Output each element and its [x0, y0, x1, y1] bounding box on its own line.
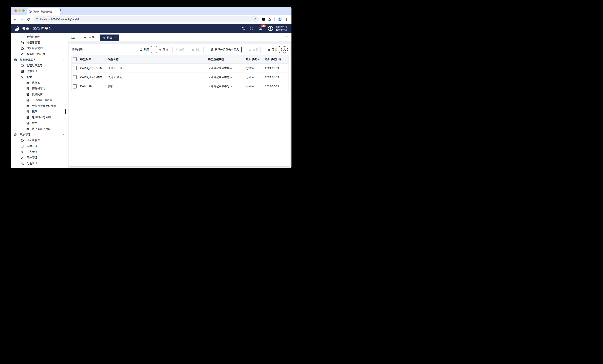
browser-profile-avatar[interactable]: [278, 17, 282, 22]
cell-model-name: 贷款: [105, 82, 206, 91]
sidebar-item-feature-library[interactable]: 特征库管理: [11, 40, 68, 46]
cell-create-type: 从评分记录表中导入: [206, 73, 244, 82]
sidebar-item-data-extractor-api[interactable]: 数据抽取器接口: [11, 126, 68, 132]
tab-more-options-icon[interactable]: •••: [285, 35, 289, 38]
select-all-checkbox[interactable]: [73, 57, 77, 61]
user-avatar-icon[interactable]: [268, 26, 273, 31]
plus-icon: [159, 48, 162, 51]
minimize-window-button[interactable]: [18, 10, 21, 12]
copyright-icon: [21, 139, 24, 142]
extension-dots-icon[interactable]: [262, 18, 265, 21]
receipt-icon: [26, 127, 29, 131]
cell-model-name: 信用卡-工薪: [105, 64, 206, 73]
row-checkbox[interactable]: [73, 84, 77, 89]
sidebar-item-label: 执行器: [32, 81, 40, 85]
sidebar-item-trial-case[interactable]: 试算用例管理: [11, 46, 68, 51]
sidebar-item-warning-threshold[interactable]: 预警阈值: [11, 91, 68, 97]
export-button[interactable]: 导出: [265, 46, 280, 53]
extensions-puzzle-icon[interactable]: [268, 18, 272, 21]
search-icon[interactable]: [241, 26, 245, 30]
message-count-badge: 120: [260, 24, 266, 27]
button-divider: [244, 46, 244, 53]
button-divider: [154, 46, 154, 53]
sidebar-item-config[interactable]: 配置: [11, 74, 68, 80]
browser-menu-kebab-icon[interactable]: [285, 18, 288, 21]
sidebar-item-label: 评分截断点: [32, 87, 46, 90]
sidebar-item-label: 法人管理: [26, 150, 37, 154]
messages-button[interactable]: 120: [258, 26, 263, 31]
toolbar-buttons: 刷新 新增 编辑 删除: [137, 46, 288, 53]
cell-model-id: CARD_GONGXIN: [78, 64, 105, 73]
zoom-window-button[interactable]: [22, 10, 25, 12]
sidebar-item-label: 应用管理: [26, 144, 37, 148]
tab-list-chevron-icon[interactable]: [286, 10, 289, 12]
browser-tab[interactable]: 决策引擎管理平台 ✕: [27, 8, 60, 15]
browser-tab-strip: 决策引擎管理平台 ✕ +: [11, 7, 291, 15]
table-header-row: 模型标识 模型名称 模型创建类型 最后修改人 最后修改日期: [72, 55, 289, 64]
sidebar-item-data-backup-migration[interactable]: 数据备份和迁移: [11, 51, 68, 57]
sidebar-item-modeling-score-distribution[interactable]: 建模时评分分布: [11, 114, 68, 120]
sidebar-item-chi-square-critical[interactable]: 卡方检验临界值常量: [11, 103, 68, 109]
table-row[interactable]: CARD_JINGYING 信用卡-经营 从评分记录表中导入 system 20…: [72, 73, 289, 82]
user-menu[interactable]: 系统管理员 系统管理员: [276, 25, 288, 32]
row-checkbox[interactable]: [73, 66, 77, 70]
sidebar-item-metadata-management[interactable]: 元数据管理: [11, 34, 68, 40]
tab-home[interactable]: 首页: [84, 35, 94, 39]
address-bar[interactable]: localhost:8080/#/mv/config/model: [34, 16, 259, 23]
edit-icon: [175, 48, 178, 51]
bookmark-star-icon[interactable]: [254, 18, 257, 21]
sidebar-item-binomial-z-constant[interactable]: 二项检验Z值常量: [11, 97, 68, 103]
model-table: 模型标识 模型名称 模型创建类型 最后修改人 最后修改日期 CARD_GO: [71, 55, 289, 91]
sidebar-item-label: 用户管理: [26, 156, 37, 159]
site-info-icon[interactable]: [36, 18, 38, 21]
import-from-score-records-button[interactable]: 从评分记录表中导入: [208, 46, 242, 53]
reload-icon[interactable]: [27, 18, 30, 21]
sidebar-item-app-management[interactable]: 应用管理: [11, 143, 68, 149]
cell-last-editor: system: [244, 73, 263, 82]
back-icon[interactable]: [13, 18, 17, 21]
sidebar-item-executor[interactable]: 执行器: [11, 80, 68, 86]
sidebar-item-role-management[interactable]: 角色管理: [11, 160, 68, 166]
sidebar-item-model[interactable]: 模型: [11, 109, 68, 114]
sidebar-item-ruler[interactable]: 标尺: [11, 120, 68, 126]
fullscreen-icon[interactable]: [250, 27, 254, 30]
row-checkbox[interactable]: [73, 75, 77, 80]
cell-model-id: CARD_JINGYING: [78, 73, 105, 82]
main-area: 首页 模型 ✕ ••• 模型列表 刷新: [68, 33, 291, 168]
column-header-last-editor: 最后修改人: [244, 55, 263, 64]
sidebar-item-label: 卡方检验临界值常量: [32, 104, 56, 108]
table-row[interactable]: DAIKUAN 贷款 从评分记录表中导入 system 2024-07-09: [72, 82, 289, 91]
toolbar-divider: [274, 17, 275, 21]
collapse-sidebar-icon[interactable]: [71, 35, 75, 39]
sidebar-item-score-cutoff[interactable]: 评分截断点: [11, 86, 68, 91]
close-window-button[interactable]: [14, 10, 17, 12]
sidebar-item-model-validation-tools[interactable]: 模型验证工具: [11, 57, 68, 63]
sidebar-item-user-management[interactable]: 用户管理: [11, 155, 68, 160]
tab-close-icon[interactable]: ✕: [115, 36, 116, 39]
sidebar-item-legal-entity-management[interactable]: 法人管理: [11, 149, 68, 155]
new-tab-button[interactable]: +: [59, 8, 61, 12]
browser-tab-title: 决策引擎管理平台: [33, 10, 54, 13]
app-body: 元数据管理 特征库管理 试算用例管理 数据备份和迁移: [11, 33, 291, 168]
user-settings-button[interactable]: [281, 46, 288, 53]
cell-last-date: 2024-07-09: [263, 82, 289, 91]
users-icon: [21, 162, 24, 165]
table-row[interactable]: CARD_GONGXIN 信用卡-工薪 从评分记录表中导入 system 202…: [72, 64, 289, 73]
sidebar-item-system-management[interactable]: 系统管理: [11, 132, 68, 137]
add-button[interactable]: 新增: [156, 46, 171, 53]
refresh-button[interactable]: 刷新: [137, 46, 152, 53]
tab-model-active[interactable]: 模型 ✕: [100, 34, 119, 41]
sidebar-item-label: 数据备份和迁移: [26, 52, 46, 56]
refresh-icon: [139, 48, 143, 51]
sidebar-item-license-management[interactable]: 许可证管理: [11, 137, 68, 143]
sidebar-menu: 元数据管理 特征库管理 试算用例管理 数据备份和迁移: [11, 33, 68, 168]
user-settings-icon: [283, 48, 286, 51]
window-controls: [14, 10, 25, 12]
sidebar-item-sample-management[interactable]: 样本管理: [11, 68, 68, 74]
cell-model-name: 信用卡-经营: [105, 73, 206, 82]
user-name: 系统管理员: [276, 25, 288, 28]
gear-icon: [14, 133, 17, 136]
forward-icon[interactable]: [20, 18, 23, 21]
sidebar-item-validation-results[interactable]: 验证结果查看: [11, 63, 68, 68]
tab-close-icon[interactable]: ✕: [56, 10, 58, 13]
